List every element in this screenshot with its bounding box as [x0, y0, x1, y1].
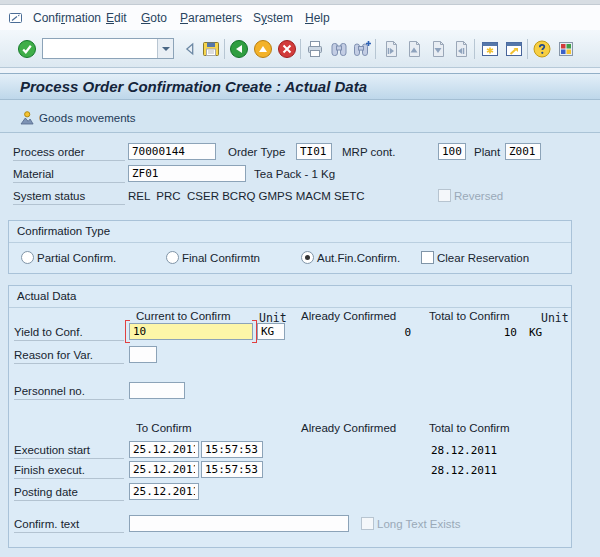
last-page-icon[interactable] [450, 38, 472, 60]
content-area: Process order Order Type MRP cont. Plant… [0, 133, 600, 557]
col-unit-right: Unit [541, 311, 569, 325]
system-menu-icon[interactable] [7, 10, 24, 27]
page-title: Process Order Confirmation Create : Actu… [20, 78, 367, 95]
toolbar-separator [527, 39, 528, 59]
toolbar-separator [375, 39, 376, 59]
system-status-label: System status [13, 190, 125, 205]
back-nav-triangle-icon[interactable] [179, 38, 201, 60]
actual-data-group: Actual Data Current to Confirm Unit Alre… [8, 285, 572, 548]
col-to-confirm: To Confirm [136, 422, 192, 434]
yield-to-conf-label: Yield to Conf. [14, 326, 124, 341]
menu-system[interactable]: System [253, 11, 293, 25]
confirmation-type-header: Confirmation Type [9, 221, 571, 243]
partial-confirm-radio[interactable] [21, 251, 34, 264]
long-text-exists-label: Long Text Exists [377, 518, 461, 530]
find-next-icon[interactable] [351, 38, 373, 60]
menu-parameters[interactable]: Parameters [180, 11, 242, 25]
long-text-exists-checkbox[interactable] [361, 517, 374, 530]
menu-bar: Confirmation Edit Goto Parameters System… [0, 5, 600, 31]
customize-layout-icon[interactable] [555, 38, 577, 60]
execution-start-total: 28.12.2011 [431, 444, 497, 457]
command-field[interactable] [42, 38, 174, 59]
clear-reservation-checkbox[interactable] [421, 251, 434, 264]
col-current-to-confirm: Current to Confirm [136, 310, 231, 322]
goods-movements-icon [19, 110, 35, 126]
order-type-field[interactable] [296, 143, 332, 160]
mrp-cont-label: MRP cont. [342, 146, 395, 158]
toolbar-separator [224, 39, 225, 59]
confirmation-type-group: Confirmation Type Partial Confirm. Final… [8, 220, 572, 274]
cancel-icon[interactable] [276, 38, 298, 60]
save-icon[interactable] [200, 38, 222, 60]
col-total-to-confirm-dates: Total to Confirm [429, 422, 510, 434]
goods-movements-label: Goods movements [39, 112, 136, 124]
standard-toolbar [0, 30, 600, 68]
sap-window: Confirmation Edit Goto Parameters System… [0, 0, 600, 557]
mrp-cont-field[interactable] [438, 143, 466, 160]
next-page-icon[interactable] [427, 38, 449, 60]
create-shortcut-icon[interactable] [503, 38, 525, 60]
yield-unit-field[interactable] [257, 323, 285, 340]
final-confirmation-label: Final Confirmtn [182, 252, 260, 264]
order-type-label: Order Type [228, 146, 285, 158]
print-icon[interactable] [304, 38, 326, 60]
yield-total-unit: KG [529, 326, 542, 339]
personnel-no-label: Personnel no. [14, 385, 124, 400]
toolbar-separator [474, 39, 475, 59]
material-label: Material [13, 168, 125, 183]
finish-execution-total: 28.12.2011 [431, 464, 497, 477]
col-total-to-confirm: Total to Confirm [429, 310, 510, 322]
col-already-confirmed: Already Confirmed [301, 310, 396, 322]
material-description: Tea Pack - 1 Kg [254, 168, 335, 180]
execution-start-time-field[interactable] [201, 441, 263, 458]
yield-total-to-confirm: 10 [447, 326, 517, 339]
command-input[interactable] [43, 39, 157, 58]
col-already-confirmed-dates: Already Confirmed [301, 422, 396, 434]
partial-confirm-label: Partial Confirm. [37, 252, 116, 264]
new-session-icon[interactable] [479, 38, 501, 60]
auto-final-confirm-label: Aut.Fin.Confirm. [317, 252, 400, 264]
posting-date-field[interactable] [129, 483, 199, 500]
execution-start-date-field[interactable] [129, 441, 199, 458]
goods-movements-button[interactable]: Goods movements [12, 106, 143, 129]
title-bar: Process Order Confirmation Create : Actu… [0, 73, 600, 100]
application-toolbar: Goods movements [0, 100, 600, 133]
menu-confirmation[interactable]: Confirmation [33, 11, 101, 25]
previous-page-icon[interactable] [403, 38, 425, 60]
auto-final-confirm-radio[interactable] [301, 251, 314, 264]
final-confirmation-radio[interactable] [166, 251, 179, 264]
menu-help[interactable]: Help [305, 11, 330, 25]
find-icon[interactable] [328, 38, 350, 60]
toolbar-separator [300, 39, 301, 59]
enter-icon[interactable] [16, 38, 38, 60]
yield-already-confirmed: 0 [341, 326, 411, 339]
personnel-no-field[interactable] [129, 382, 185, 399]
finish-execution-time-field[interactable] [201, 461, 263, 478]
menu-goto[interactable]: Goto [141, 11, 167, 25]
finish-execution-label: Finish execut. [14, 464, 124, 479]
process-order-label: Process order [13, 146, 125, 161]
yield-quantity-field[interactable] [129, 323, 253, 340]
actual-data-header: Actual Data [9, 286, 571, 308]
reason-for-var-field[interactable] [129, 346, 157, 363]
command-dropdown-icon[interactable] [157, 39, 173, 58]
finish-execution-date-field[interactable] [129, 461, 199, 478]
reason-for-var-label: Reason for Var. [14, 349, 124, 364]
execution-start-label: Execution start [14, 444, 124, 459]
confirm-text-field[interactable] [129, 515, 349, 532]
help-icon[interactable] [531, 38, 553, 60]
actual-data-title: Actual Data [17, 290, 76, 302]
first-page-icon[interactable] [380, 38, 402, 60]
exit-icon[interactable] [252, 38, 274, 60]
material-field[interactable] [128, 165, 246, 182]
confirm-text-label: Confirm. text [14, 518, 124, 533]
reversed-label: Reversed [454, 190, 503, 202]
posting-date-label: Posting date [14, 486, 124, 501]
menu-edit[interactable]: Edit [106, 11, 127, 25]
process-order-field[interactable] [128, 143, 216, 160]
plant-field[interactable] [505, 143, 541, 160]
back-icon[interactable] [228, 38, 250, 60]
system-status-value: REL PRC CSER BCRQ GMPS MACM SETC [128, 190, 365, 202]
plant-label: Plant [474, 146, 500, 158]
reversed-checkbox[interactable] [438, 189, 451, 202]
